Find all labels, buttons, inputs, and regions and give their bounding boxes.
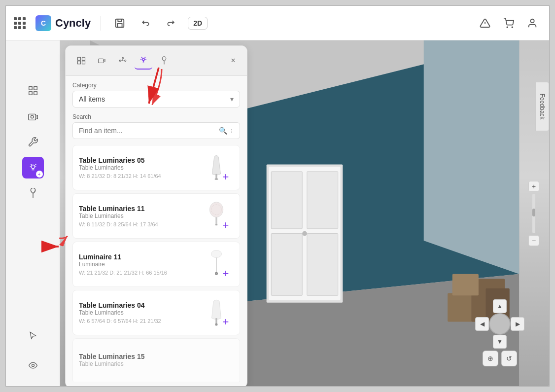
- sidebar-item-plants[interactable]: [22, 182, 44, 204]
- list-item[interactable]: Table Luminaries 15 Table Luminaries: [72, 338, 240, 382]
- add-item-1-button[interactable]: +: [220, 171, 232, 183]
- nav-right-button[interactable]: ▶: [511, 317, 524, 331]
- svg-rect-32: [78, 57, 81, 60]
- panel-tab-plumbing[interactable]: [114, 52, 132, 70]
- nav-left-button[interactable]: ◀: [475, 317, 489, 331]
- panel-close-button[interactable]: ×: [226, 54, 240, 68]
- alert-button[interactable]: [476, 14, 494, 32]
- svg-marker-11: [424, 40, 519, 274]
- svg-rect-51: [215, 318, 217, 324]
- navigation-controls: ▲ ▼ ◀ ▶ ⊕ ↺: [475, 299, 524, 366]
- undo-button[interactable]: [137, 14, 154, 32]
- svg-rect-35: [82, 61, 85, 64]
- item-thumbnail: +: [199, 295, 234, 330]
- list-item[interactable]: Table Luminaries 04 Table Luminaries W: …: [72, 290, 240, 335]
- item-thumbnail: +: [199, 150, 234, 185]
- svg-rect-26: [29, 92, 32, 95]
- item-info: Table Luminaries 15 Table Luminaries: [79, 353, 194, 369]
- svg-rect-25: [34, 87, 36, 90]
- search-input[interactable]: [79, 127, 215, 135]
- zoom-out-button[interactable]: −: [528, 235, 539, 246]
- item-thumbnail: +: [199, 247, 234, 282]
- zoom-in-button[interactable]: +: [528, 181, 539, 192]
- sidebar-active-badge: +: [36, 171, 43, 178]
- item-name: Table Luminaries 11: [79, 205, 194, 213]
- item-dims: W: 8 21/32 D: 8 21/32 H: 14 61/64: [79, 173, 194, 179]
- item-dims: W: 21 21/32 D: 21 21/32 H: 66 15/16: [79, 270, 194, 276]
- svg-rect-24: [29, 87, 32, 90]
- sidebar-item-layout[interactable]: [22, 80, 44, 102]
- nav-down-button[interactable]: ▼: [493, 335, 507, 349]
- item-thumbnail: [199, 344, 234, 378]
- svg-rect-33: [82, 57, 85, 60]
- move-button[interactable]: ⊕: [483, 351, 498, 366]
- feedback-tab[interactable]: Feedback: [535, 82, 549, 131]
- nav-up-button[interactable]: ▲: [493, 299, 507, 313]
- svg-rect-34: [78, 61, 81, 64]
- search-icon[interactable]: 🔍: [219, 127, 227, 135]
- add-item-3-button[interactable]: +: [220, 268, 232, 280]
- panel-body: Category All items ▾ Search 🔍 ⫶: [66, 76, 247, 387]
- svg-point-19: [302, 231, 307, 236]
- filter-icon[interactable]: ⫶: [230, 127, 234, 135]
- panel-tab-plants[interactable]: [155, 52, 173, 70]
- item-thumbnail: +: [199, 199, 234, 233]
- nav-center: [489, 313, 511, 335]
- add-item-4-button[interactable]: +: [220, 316, 232, 328]
- svg-point-47: [211, 250, 222, 258]
- svg-point-39: [125, 60, 126, 62]
- sidebar-item-camera[interactable]: [22, 106, 44, 127]
- mode-2d-button[interactable]: 2D: [188, 17, 208, 30]
- redo-button[interactable]: [162, 14, 180, 32]
- sidebar-item-fixtures[interactable]: [22, 131, 44, 153]
- panel-tab-camera[interactable]: [93, 52, 111, 70]
- zoom-bar: + −: [528, 181, 539, 246]
- item-name: Luminaire 11: [79, 253, 194, 261]
- panel-tab-lighting[interactable]: [135, 52, 152, 70]
- item-name: Table Luminaries 04: [79, 301, 194, 309]
- sidebar-item-view[interactable]: [22, 355, 44, 376]
- item-info: Table Luminaries 11 Table Luminaries W: …: [79, 205, 194, 227]
- chevron-down-icon: ▾: [230, 95, 234, 103]
- category-label: Category: [72, 82, 240, 89]
- cart-button[interactable]: [500, 14, 518, 32]
- svg-point-3: [507, 27, 508, 28]
- svg-point-29: [31, 115, 33, 118]
- header: C Cyncly 2D: [6, 6, 549, 40]
- search-bar: 🔍 ⫶: [72, 122, 240, 139]
- list-item[interactable]: Table Luminaries 11 Table Luminaries W: …: [72, 193, 240, 239]
- panel-tab-layout[interactable]: [72, 52, 90, 70]
- item-info: Luminaire 11 Luminaire W: 21 21/32 D: 21…: [79, 253, 194, 276]
- nav-bottom-controls: ⊕ ↺: [483, 351, 517, 366]
- main-content: Feedback + − ▲ ▼ ◀ ▶ ⊕: [6, 40, 549, 386]
- svg-rect-17: [271, 234, 302, 296]
- item-name: Table Luminaries 15: [79, 353, 194, 360]
- category-select[interactable]: All items ▾: [72, 91, 240, 107]
- svg-rect-22: [452, 274, 479, 296]
- sidebar-item-lighting[interactable]: +: [22, 157, 44, 178]
- save-button[interactable]: [111, 14, 129, 32]
- sidebar-item-select[interactable]: [22, 325, 44, 347]
- svg-rect-18: [307, 234, 338, 296]
- header-right: [476, 14, 541, 32]
- list-item[interactable]: Table Luminaries 05 Table Luminaries W: …: [72, 145, 240, 190]
- user-button[interactable]: [523, 14, 541, 32]
- list-item[interactable]: Luminaire 11 Luminaire W: 21 21/32 D: 21…: [72, 242, 240, 287]
- svg-point-42: [215, 178, 218, 179]
- zoom-thumb: [532, 209, 535, 216]
- item-info: Table Luminaries 04 Table Luminaries W: …: [79, 301, 194, 324]
- search-icons: 🔍 ⫶: [219, 127, 234, 135]
- category-value: All items: [79, 95, 105, 103]
- add-item-2-button[interactable]: +: [220, 219, 232, 231]
- reset-button[interactable]: ↺: [501, 351, 517, 366]
- item-category: Table Luminaries: [79, 164, 194, 171]
- svg-point-50: [216, 273, 217, 274]
- grid-icon[interactable]: [14, 17, 26, 29]
- zoom-track[interactable]: [532, 194, 535, 233]
- item-category: Table Luminaries: [79, 309, 194, 316]
- svg-point-52: [215, 323, 217, 325]
- svg-point-5: [530, 19, 534, 22]
- header-divider: [101, 16, 101, 31]
- svg-point-31: [32, 364, 34, 367]
- logo-icon: C: [35, 15, 51, 31]
